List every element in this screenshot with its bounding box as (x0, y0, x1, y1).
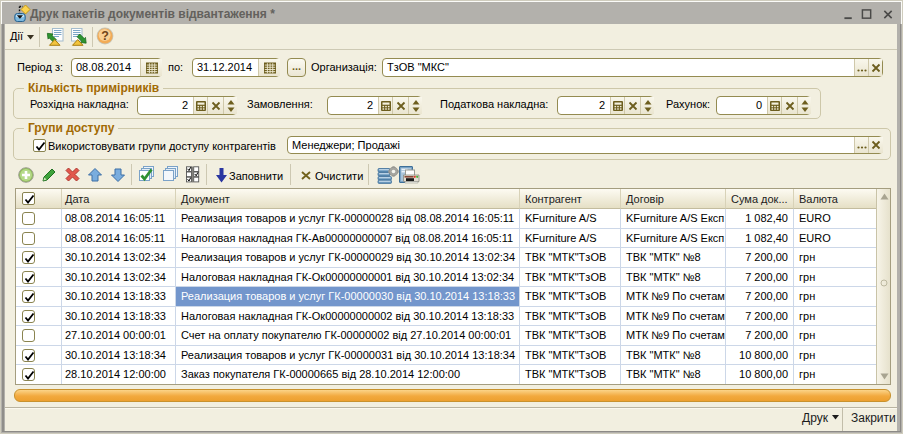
svg-text:?: ? (101, 29, 109, 43)
